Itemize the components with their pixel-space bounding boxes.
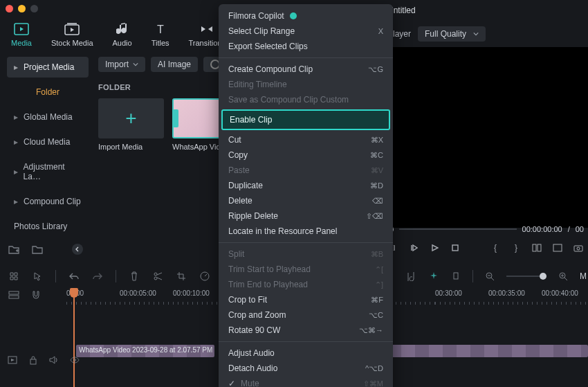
ctx-create-compound[interactable]: Create Compound Clip⌥G: [219, 62, 393, 77]
play-icon[interactable]: [429, 242, 440, 253]
brace-close-icon[interactable]: }: [511, 242, 522, 253]
magnet-icon[interactable]: [30, 289, 42, 300]
track-visibility-icon[interactable]: [69, 354, 80, 366]
ctx-adjust-audio[interactable]: Adjust Audio: [219, 345, 393, 361]
ctx-select-clip-range[interactable]: Select Clip RangeX: [219, 24, 393, 39]
grid-icon[interactable]: [8, 271, 19, 282]
copilot-icon: [290, 12, 297, 19]
svg-rect-21: [30, 359, 36, 364]
sparkle-icon[interactable]: [428, 271, 439, 282]
zoom-out-icon[interactable]: [484, 271, 495, 282]
snapshot-icon[interactable]: [573, 242, 584, 253]
ctx-split: Split⌘B: [219, 246, 393, 262]
scissors-icon[interactable]: [152, 271, 163, 282]
ctx-paste: Paste⌘V: [219, 163, 393, 178]
compare-icon[interactable]: [531, 242, 542, 253]
svg-rect-15: [454, 273, 458, 279]
zoom-in-icon[interactable]: [558, 271, 569, 282]
cursor-icon[interactable]: [32, 271, 43, 282]
sidebar-cloud-media[interactable]: ▸Cloud Media: [7, 132, 89, 152]
svg-rect-7: [574, 246, 582, 251]
import-media-card[interactable]: + Import Media: [98, 98, 164, 151]
sidebar-photos-library[interactable]: Photos Library: [7, 216, 89, 237]
crop-icon[interactable]: [176, 271, 187, 282]
track-lock-icon[interactable]: [28, 354, 39, 366]
svg-point-9: [154, 273, 157, 276]
toolbar-audio[interactable]: Audio: [113, 22, 132, 47]
ctx-detach-audio[interactable]: Detach Audio^⌥D: [219, 361, 393, 376]
marker-icon[interactable]: [450, 271, 461, 282]
ctx-enable-clip[interactable]: Enable Clip: [221, 109, 390, 130]
ctx-duplicate[interactable]: Duplicate⌘D: [219, 178, 393, 193]
ctx-cut[interactable]: Cut⌘X: [219, 132, 393, 147]
maximize-window-icon[interactable]: [30, 5, 38, 12]
context-menu: Filmora Copilot Select Clip RangeX Expor…: [219, 4, 393, 387]
ctx-copy[interactable]: Copy⌘C: [219, 147, 393, 163]
speed-icon[interactable]: [199, 271, 210, 282]
timeline-clip[interactable]: WhatsApp Video 2023-09-28 at 2.07.57 PM: [76, 345, 214, 357]
main-toolbar: Media Stock Media Audio T Titles Transit…: [11, 22, 226, 47]
folder-icon[interactable]: [32, 244, 43, 255]
timecode-current: 00:00:00:00: [522, 225, 562, 233]
minimize-window-icon[interactable]: [18, 5, 26, 12]
brace-open-icon[interactable]: {: [490, 242, 501, 253]
svg-rect-18: [9, 291, 19, 294]
sidebar-global-media[interactable]: ▸Global Media: [7, 107, 89, 127]
right-label: M: [580, 271, 587, 281]
transitions-icon: [199, 22, 214, 36]
timecode-total: 00: [576, 225, 584, 233]
timeline-view-icon[interactable]: [8, 289, 19, 300]
ctx-rotate-90[interactable]: Rotate 90 CW⌥⌘→: [219, 323, 393, 338]
track-mute-icon[interactable]: [48, 354, 59, 366]
toolbar-media[interactable]: Media: [11, 22, 32, 47]
ctx-crop-fit[interactable]: Crop to Fit⌘F: [219, 292, 393, 307]
import-dropdown[interactable]: Import: [98, 57, 145, 72]
quality-dropdown[interactable]: Full Quality: [418, 26, 486, 42]
svg-text:T: T: [157, 24, 164, 35]
sidebar-compound-clip[interactable]: ▸Compound Clip: [7, 191, 89, 212]
fullscreen-icon[interactable]: [552, 242, 563, 253]
trash-icon[interactable]: [129, 271, 140, 282]
ctx-trim-end: Trim End to Playhead⌃]: [219, 277, 393, 292]
scrubber-track[interactable]: [399, 228, 517, 230]
svg-point-22: [74, 359, 76, 361]
svg-rect-6: [553, 244, 562, 251]
zoom-slider[interactable]: [506, 276, 546, 277]
play-pause-icon[interactable]: [408, 242, 419, 253]
ctx-filmora-copilot[interactable]: Filmora Copilot: [219, 8, 393, 24]
svg-rect-4: [533, 244, 536, 251]
svg-rect-19: [9, 296, 19, 298]
playhead[interactable]: [73, 289, 75, 387]
ctx-export-selected[interactable]: Export Selected Clips: [219, 39, 393, 54]
preview-player[interactable]: [387, 47, 588, 228]
new-folder-icon[interactable]: [8, 244, 19, 255]
audio-icon: [115, 22, 130, 36]
ctx-save-compound: Save as Compound Clip Custom: [219, 92, 393, 107]
toolbar-titles[interactable]: T Titles: [151, 22, 169, 47]
toolbar-stock-media[interactable]: Stock Media: [51, 22, 93, 47]
stock-media-icon: [64, 22, 80, 36]
ctx-ripple-delete[interactable]: Ripple Delete⇧⌫: [219, 208, 393, 224]
window-controls: [6, 5, 38, 12]
undo-icon[interactable]: [68, 271, 80, 282]
stop-icon[interactable]: [450, 242, 461, 253]
sidebar-adjustment-layer[interactable]: ▸Adjustment La…: [7, 156, 89, 187]
timeline-clip[interactable]: [387, 345, 588, 357]
collapse-sidebar-button[interactable]: [72, 244, 83, 255]
ctx-locate[interactable]: Locate in the Resource Panel: [219, 224, 393, 239]
ctx-crop-zoom[interactable]: Crop and Zoom⌥C: [219, 307, 393, 323]
ai-image-button[interactable]: AI Image: [151, 57, 198, 72]
svg-rect-5: [538, 244, 541, 251]
audio-waveform-icon[interactable]: [406, 271, 417, 282]
sidebar-project-media[interactable]: ▸ Project Media: [7, 57, 89, 78]
timecode-sep: /: [568, 225, 570, 233]
sidebar-folder-label[interactable]: Folder: [7, 82, 89, 102]
redo-icon[interactable]: [92, 271, 103, 282]
svg-rect-3: [452, 245, 458, 251]
track-media-icon[interactable]: [7, 354, 18, 366]
zoom-thumb[interactable]: [540, 273, 546, 280]
ctx-delete[interactable]: Delete⌫: [219, 193, 393, 208]
close-window-icon[interactable]: [6, 5, 13, 12]
check-icon: ✓: [228, 379, 235, 387]
plus-icon: +: [98, 98, 164, 138]
